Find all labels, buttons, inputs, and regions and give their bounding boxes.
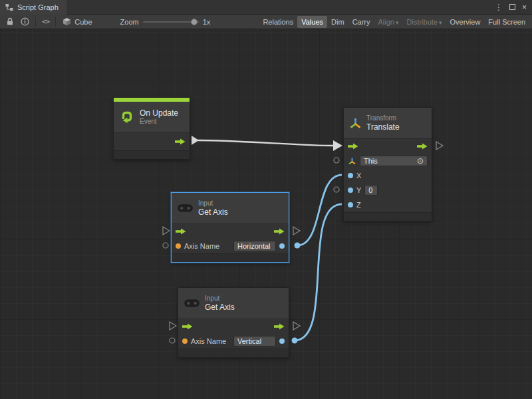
toolbar-separator — [55, 17, 56, 27]
carry-button[interactable]: Carry — [348, 16, 374, 28]
axis-name-label: Axis Name — [191, 337, 226, 345]
port-triangle-getaxis1-out[interactable] — [293, 227, 300, 235]
relations-button[interactable]: Relations — [259, 16, 297, 28]
node-ports: This ⊙ X Y 0 Z — [344, 138, 432, 212]
port-dot-axis-name[interactable] — [182, 338, 188, 344]
this-object-field[interactable]: This ⊙ — [360, 156, 428, 166]
wire-control-start-arrow — [192, 136, 199, 145]
node-get-axis-horizontal[interactable]: Input Get Axis Axis Name Hor — [171, 192, 289, 263]
flow-out-arrow-icon[interactable] — [175, 138, 186, 145]
node-footer — [178, 348, 289, 357]
node-category: Input — [198, 200, 228, 207]
node-on-update[interactable]: On Update Event — [113, 97, 190, 160]
y-value-field[interactable]: 0 — [364, 185, 378, 196]
node-ports — [114, 132, 190, 150]
wire-vertical-to-z[interactable] — [295, 204, 342, 340]
node-get-axis-vertical[interactable]: Input Get Axis Axis Name Ver — [178, 287, 289, 358]
port-dot-result[interactable] — [279, 243, 285, 249]
lock-button[interactable] — [3, 15, 17, 29]
tab-script-graph[interactable]: Script Graph — [0, 0, 66, 15]
port-dot-axis-name[interactable] — [176, 243, 181, 249]
port-dot-result[interactable] — [279, 338, 285, 344]
csharp-preview-button[interactable]: <> — [39, 15, 53, 29]
values-button[interactable]: Values — [297, 16, 327, 28]
window-controls: ⋮ × — [495, 0, 532, 15]
zoom-control: Zoom 1x — [120, 18, 211, 26]
flow-in-arrow-icon[interactable] — [176, 228, 186, 235]
node-footer — [172, 253, 289, 262]
node-ports: Axis Name Vertical — [178, 319, 289, 348]
graph-canvas[interactable]: On Update Event — [0, 29, 532, 399]
gamepad-icon — [184, 298, 200, 309]
node-footer — [344, 212, 432, 221]
cube-icon — [63, 17, 71, 26]
port-row-y: Y 0 — [344, 183, 432, 198]
flow-in-arrow-icon[interactable] — [182, 323, 193, 330]
port-dot-horizontal-output[interactable] — [295, 243, 301, 249]
port-row-control — [172, 224, 289, 239]
port-row-this: This ⊙ — [344, 154, 432, 168]
wire-control-flow[interactable] — [198, 140, 334, 146]
port-circle-getaxis2-name[interactable] — [170, 338, 175, 343]
zoom-slider-handle[interactable] — [191, 19, 198, 25]
port-label-y: Y — [356, 186, 361, 194]
port-dot-x[interactable] — [348, 173, 353, 178]
info-icon — [21, 17, 29, 26]
axis-name-label: Axis Name — [184, 242, 219, 250]
close-button[interactable]: × — [522, 0, 527, 15]
port-row-z: Z — [344, 198, 432, 212]
port-triangle-getaxis1-in[interactable] — [163, 227, 170, 235]
gamepad-icon — [177, 203, 194, 213]
lock-icon — [6, 17, 14, 26]
window-menu-button[interactable]: ⋮ — [495, 0, 503, 15]
port-row-x: X — [344, 168, 432, 183]
port-row-trigger — [114, 133, 190, 150]
flow-in-arrow-icon[interactable] — [348, 143, 358, 150]
distribute-dropdown[interactable]: Distribute▾ — [403, 16, 446, 28]
maximize-button[interactable] — [509, 4, 515, 10]
node-header: Input Get Axis — [178, 288, 289, 319]
port-triangle-getaxis2-in[interactable] — [170, 322, 176, 330]
port-dot-y[interactable] — [348, 188, 353, 193]
node-title: Get Axis — [205, 303, 235, 312]
fullscreen-button[interactable]: Full Screen — [484, 16, 529, 28]
inspect-button[interactable] — [17, 15, 33, 29]
axis-name-field[interactable]: Vertical — [233, 336, 276, 346]
port-circle-translate-y[interactable] — [334, 187, 339, 192]
transform-mini-icon — [348, 157, 356, 166]
node-title: Translate — [366, 122, 400, 132]
toolbar-separator — [35, 17, 36, 27]
object-picker-icon[interactable]: ⊙ — [417, 157, 424, 165]
distribute-label: Distribute — [407, 18, 438, 26]
align-label: Align — [378, 18, 394, 26]
chevron-down-icon: ▾ — [439, 19, 442, 26]
transform-icon — [349, 117, 362, 130]
zoom-value: 1x — [203, 18, 211, 26]
graph-target[interactable]: Cube — [59, 17, 96, 26]
port-dot-vertical-output[interactable] — [292, 338, 298, 344]
node-header: Transform Translate — [344, 108, 432, 138]
port-row-control — [344, 139, 432, 154]
port-dot-z[interactable] — [348, 202, 353, 207]
port-circle-getaxis1-name[interactable] — [163, 243, 168, 248]
port-label-x: X — [356, 172, 361, 180]
wire-horizontal-to-x[interactable] — [297, 175, 342, 245]
overview-button[interactable]: Overview — [446, 16, 485, 28]
toolbar-buttons: Relations Values Dim Carry Align▾ Distri… — [259, 16, 529, 28]
zoom-slider[interactable] — [143, 21, 199, 23]
port-triangle-translate-out[interactable] — [436, 142, 443, 150]
flow-out-arrow-icon[interactable] — [274, 228, 285, 235]
port-triangle-getaxis2-out[interactable] — [293, 322, 300, 330]
port-circle-translate-this[interactable] — [334, 158, 339, 163]
node-translate[interactable]: Transform Translate — [343, 107, 432, 221]
align-dropdown[interactable]: Align▾ — [374, 16, 403, 28]
node-footer — [114, 150, 190, 159]
dim-button[interactable]: Dim — [327, 16, 348, 28]
on-update-icon — [119, 109, 135, 125]
flow-out-arrow-icon[interactable] — [417, 143, 428, 150]
node-category: Input — [205, 295, 235, 303]
node-subtitle: Event — [140, 118, 178, 126]
axis-name-field[interactable]: Horizontal — [233, 241, 276, 251]
flow-out-arrow-icon[interactable] — [274, 323, 285, 330]
wire-control-end-arrow — [333, 140, 342, 151]
